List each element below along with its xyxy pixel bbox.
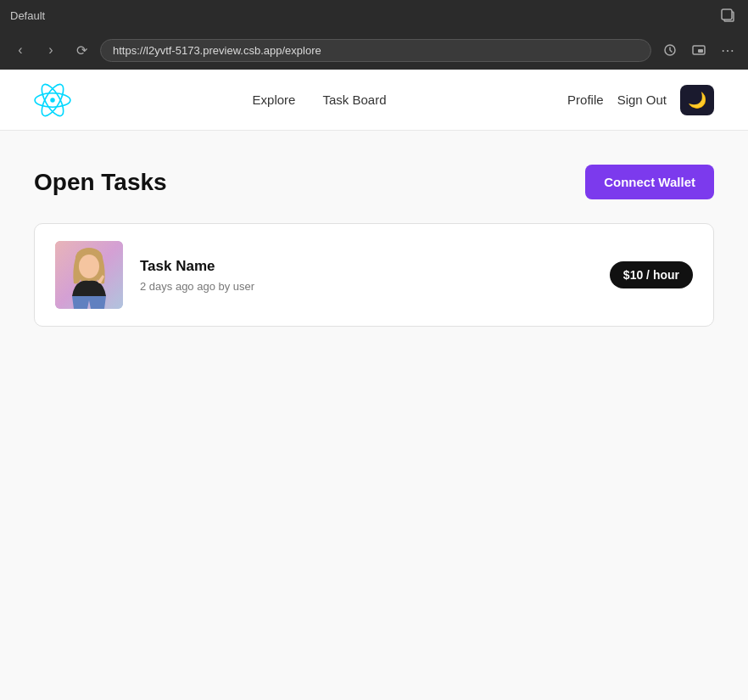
reload-button[interactable]: ⟳ [70, 38, 93, 62]
svg-rect-3 [698, 49, 703, 53]
address-bar[interactable] [100, 39, 651, 62]
back-button[interactable]: ‹ [8, 38, 32, 62]
app-container: Explore Task Board Profile Sign Out 🌙 Op… [0, 70, 748, 700]
toolbar-actions: ⋯ [658, 38, 740, 62]
dark-mode-toggle[interactable]: 🌙 [680, 85, 714, 115]
page-header: Open Tasks Connect Wallet [34, 165, 714, 199]
svg-rect-0 [722, 9, 732, 20]
svg-point-10 [79, 255, 99, 278]
forward-button[interactable]: › [39, 38, 63, 62]
navbar-right: Profile Sign Out 🌙 [567, 85, 714, 115]
pip-button[interactable] [687, 38, 711, 62]
person-avatar-icon [55, 241, 123, 309]
logo [34, 81, 71, 119]
task-image [55, 241, 123, 309]
connect-wallet-button[interactable]: Connect Wallet [585, 165, 714, 199]
more-button[interactable]: ⋯ [716, 38, 740, 62]
browser-toolbar: ‹ › ⟳ ⋯ [0, 31, 748, 70]
browser-titlebar: Default [0, 0, 748, 31]
nav-explore[interactable]: Explore [253, 92, 296, 107]
task-card[interactable]: Task Name 2 days ago ago by user $10 / h… [34, 223, 714, 327]
nav-signout[interactable]: Sign Out [617, 92, 667, 107]
svg-point-7 [50, 98, 55, 103]
task-info: Task Name 2 days ago ago by user [140, 258, 593, 293]
react-logo-icon [34, 81, 71, 119]
navbar: Explore Task Board Profile Sign Out 🌙 [0, 70, 748, 131]
nav-links: Explore Task Board [253, 92, 387, 107]
main-content: Open Tasks Connect Wallet [0, 131, 748, 700]
task-meta: 2 days ago ago by user [140, 280, 593, 293]
task-rate: $10 / hour [610, 261, 693, 288]
nav-profile[interactable]: Profile [567, 92, 604, 107]
moon-icon: 🌙 [688, 91, 706, 109]
task-name: Task Name [140, 258, 593, 275]
nav-task-board[interactable]: Task Board [322, 92, 386, 107]
permissions-button[interactable] [658, 38, 682, 62]
new-tab-button[interactable] [717, 5, 738, 25]
browser-window: Default ‹ › ⟳ ⋯ [0, 0, 748, 70]
browser-title: Default [10, 9, 45, 22]
page-title: Open Tasks [34, 169, 167, 196]
